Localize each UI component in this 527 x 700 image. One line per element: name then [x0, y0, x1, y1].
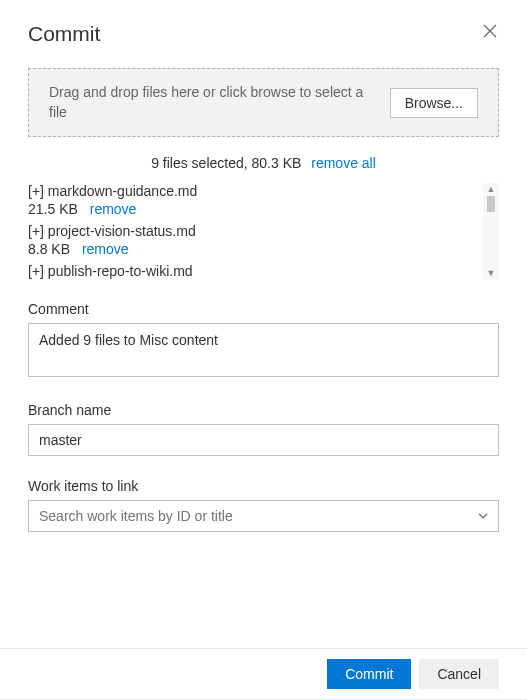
scroll-down-icon[interactable]: ▼: [487, 267, 496, 279]
branch-label: Branch name: [28, 402, 499, 418]
commit-button[interactable]: Commit: [327, 659, 411, 689]
files-summary: 9 files selected, 80.3 KB remove all: [28, 155, 499, 171]
browse-button[interactable]: Browse...: [390, 88, 478, 118]
comment-input[interactable]: [28, 323, 499, 377]
dialog-footer: Commit Cancel: [0, 648, 527, 700]
workitems-search-input[interactable]: [28, 500, 499, 532]
close-icon[interactable]: [483, 24, 499, 40]
comment-label: Comment: [28, 301, 499, 317]
list-item: [+] project-vision-status.md 8.8 KB remo…: [28, 223, 499, 257]
scrollbar[interactable]: ▲ ▼: [483, 183, 499, 279]
list-item: [+] markdown-guidance.md 21.5 KB remove: [28, 183, 499, 217]
file-size: 21.5 KB: [28, 201, 78, 217]
dropzone-text: Drag and drop files here or click browse…: [49, 83, 370, 122]
file-name: [+] project-vision-status.md: [28, 223, 499, 239]
dropzone[interactable]: Drag and drop files here or click browse…: [28, 68, 499, 137]
branch-name-input[interactable]: [28, 424, 499, 456]
scroll-thumb[interactable]: [487, 196, 495, 212]
file-name: [+] markdown-guidance.md: [28, 183, 499, 199]
cancel-button[interactable]: Cancel: [419, 659, 499, 689]
remove-file-link[interactable]: remove: [82, 241, 129, 257]
dialog-title: Commit: [28, 22, 100, 46]
remove-all-link[interactable]: remove all: [311, 155, 376, 171]
list-item: [+] publish-repo-to-wiki.md: [28, 263, 499, 279]
workitems-label: Work items to link: [28, 478, 499, 494]
remove-file-link[interactable]: remove: [90, 201, 137, 217]
file-list: [+] markdown-guidance.md 21.5 KB remove …: [28, 183, 499, 279]
file-size: 8.8 KB: [28, 241, 70, 257]
scroll-up-icon[interactable]: ▲: [487, 183, 496, 195]
files-summary-text: 9 files selected, 80.3 KB: [151, 155, 301, 171]
file-name: [+] publish-repo-to-wiki.md: [28, 263, 499, 279]
